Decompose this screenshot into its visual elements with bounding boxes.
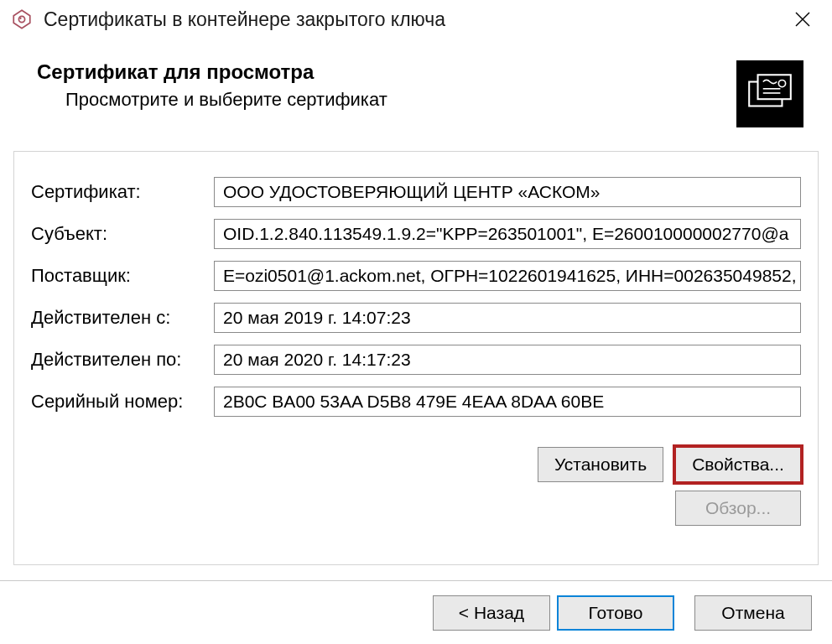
field-certificate: Сертификат: ООО УДОСТОВЕРЯЮЩИЙ ЦЕНТР «АС… <box>31 177 801 207</box>
dialog-window: Сертификаты в контейнере закрытого ключа… <box>0 0 832 644</box>
close-icon <box>794 11 811 28</box>
page-title: Сертификат для просмотра <box>37 60 387 84</box>
properties-button[interactable]: Свойства... <box>675 447 801 482</box>
label-valid-from: Действителен с: <box>31 307 214 329</box>
svg-point-2 <box>19 18 21 19</box>
window-title: Сертификаты в контейнере закрытого ключа <box>44 8 783 31</box>
field-serial: Серийный номер: 2B0C BA00 53AA D5B8 479E… <box>31 387 801 417</box>
cancel-button[interactable]: Отмена <box>694 595 812 631</box>
label-serial: Серийный номер: <box>31 391 214 413</box>
label-issuer: Поставщик: <box>31 265 214 287</box>
page-subtitle: Просмотрите и выберите сертификат <box>37 89 387 111</box>
value-subject: OID.1.2.840.113549.1.9.2="KPP=263501001"… <box>214 219 801 249</box>
titlebar: Сертификаты в контейнере закрытого ключа <box>0 0 832 39</box>
value-serial: 2B0C BA00 53AA D5B8 479E 4EAA 8DAA 60BE <box>214 387 801 417</box>
label-subject: Субъект: <box>31 223 214 245</box>
header-section: Сертификат для просмотра Просмотрите и в… <box>0 39 832 151</box>
header-text: Сертификат для просмотра Просмотрите и в… <box>37 60 387 111</box>
value-certificate: ООО УДОСТОВЕРЯЮЩИЙ ЦЕНТР «АСКОМ» <box>214 177 801 207</box>
browse-button[interactable]: Обзор... <box>675 491 801 526</box>
field-subject: Субъект: OID.1.2.840.113549.1.9.2="KPP=2… <box>31 219 801 249</box>
finish-button[interactable]: Готово <box>557 595 674 631</box>
certificate-icon <box>736 60 803 127</box>
field-valid-from: Действителен с: 20 мая 2019 г. 14:07:23 <box>31 303 801 333</box>
action-row: Установить Свойства... <box>31 447 801 482</box>
svg-marker-0 <box>13 10 30 29</box>
value-issuer: E=ozi0501@1.ackom.net, ОГРН=102260194162… <box>214 261 801 291</box>
svg-rect-6 <box>758 75 791 99</box>
svg-point-1 <box>18 16 24 22</box>
value-valid-from: 20 мая 2019 г. 14:07:23 <box>214 303 801 333</box>
field-valid-to: Действителен по: 20 мая 2020 г. 14:17:23 <box>31 345 801 375</box>
field-issuer: Поставщик: E=ozi0501@1.ackom.net, ОГРН=1… <box>31 261 801 291</box>
label-certificate: Сертификат: <box>31 181 214 203</box>
label-valid-to: Действителен по: <box>31 349 214 371</box>
value-valid-to: 20 мая 2020 г. 14:17:23 <box>214 345 801 375</box>
close-button[interactable] <box>783 0 822 39</box>
content-frame: Сертификат: ООО УДОСТОВЕРЯЮЩИЙ ЦЕНТР «АС… <box>13 151 819 565</box>
install-button[interactable]: Установить <box>538 447 663 482</box>
back-button[interactable]: < Назад <box>433 595 550 631</box>
browse-row: Обзор... <box>31 491 801 526</box>
app-icon <box>10 8 34 31</box>
footer: < Назад Готово Отмена <box>0 580 832 644</box>
